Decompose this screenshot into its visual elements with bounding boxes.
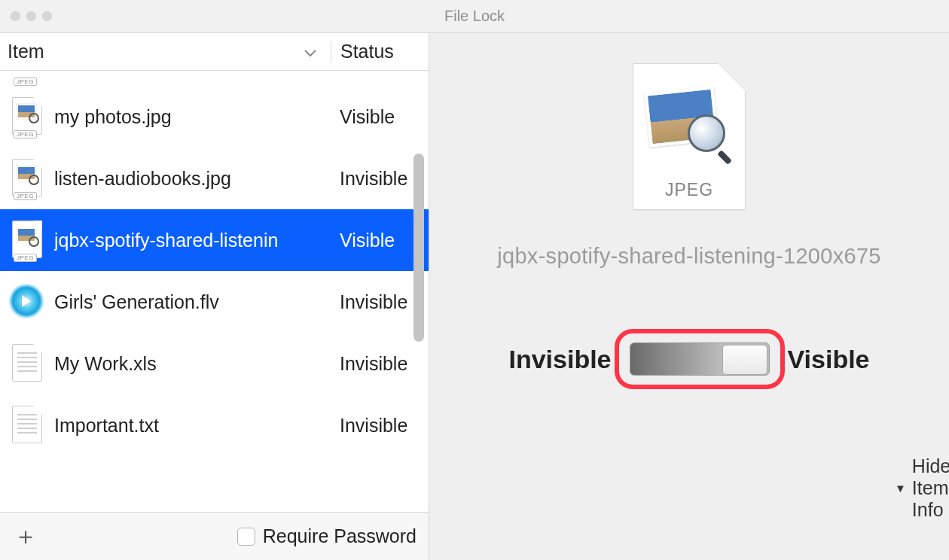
file-icon: JPEG: [0, 159, 54, 198]
require-password-toggle[interactable]: Require Password: [237, 525, 417, 547]
file-status: Visible: [331, 106, 429, 128]
file-icon: [0, 406, 54, 445]
file-list-pane: Item Status JPEG JPEGmy photos.jpgVisibl…: [0, 33, 429, 560]
window-minimize-icon[interactable]: [26, 11, 36, 21]
require-password-label: Require Password: [263, 525, 417, 547]
file-icon: [0, 284, 54, 320]
file-name: jqbx-spotify-shared-listenin: [54, 230, 331, 251]
hide-item-info-label: Hide Item Info: [912, 455, 949, 521]
table-row[interactable]: Girls' Generation.flvInvisible: [0, 271, 429, 333]
file-name: Girls' Generation.flv: [54, 291, 331, 313]
column-header-status-label: Status: [340, 41, 394, 62]
file-icon: [0, 344, 54, 383]
chevron-down-icon: [304, 41, 317, 62]
preview-file-icon: JPEG: [625, 63, 753, 214]
table-row[interactable]: JPEGmy photos.jpgVisible: [0, 86, 429, 148]
titlebar: File Lock: [0, 0, 949, 33]
preview-filename: jqbx-spotify-shared-listening-1200x675: [478, 244, 900, 269]
triangle-down-icon: ▼: [895, 482, 906, 495]
table-row[interactable]: JPEGlisten-audiobooks.jpgInvisible: [0, 148, 429, 209]
file-icon: JPEG: [0, 97, 54, 136]
partial-row: JPEG: [0, 71, 429, 86]
table-row[interactable]: My Work.xlsInvisible: [0, 333, 429, 394]
annotation-highlight-box: [615, 329, 785, 389]
file-name: my photos.jpg: [54, 106, 331, 128]
file-name: listen-audiobooks.jpg: [54, 168, 331, 190]
jpeg-badge: JPEG: [14, 78, 37, 86]
file-name: Important.txt: [54, 415, 331, 437]
column-header-status[interactable]: Status: [331, 41, 429, 62]
hide-item-info-toggle[interactable]: ▼ Hide Item Info: [895, 455, 949, 521]
visibility-toggle[interactable]: [630, 342, 770, 376]
preview-type-badge: JPEG: [633, 180, 745, 200]
file-icon: JPEG: [0, 221, 54, 260]
scrollbar-thumb[interactable]: [413, 154, 424, 342]
toggle-label-visible: Visible: [785, 345, 870, 374]
window-close-icon[interactable]: [11, 11, 20, 21]
file-name: My Work.xls: [54, 353, 331, 375]
file-list-body[interactable]: JPEG JPEGmy photos.jpgVisibleJPEGlisten-…: [0, 71, 429, 512]
toggle-knob[interactable]: [722, 345, 767, 375]
window-zoom-icon[interactable]: [42, 11, 52, 21]
add-button[interactable]: ＋: [12, 520, 39, 553]
column-header-item-label: Item: [8, 41, 44, 62]
magnifier-icon: [688, 114, 736, 163]
left-footer: ＋ Require Password: [0, 512, 429, 560]
list-column-headers: Item Status: [0, 33, 429, 71]
column-header-item[interactable]: Item: [0, 41, 331, 62]
table-row[interactable]: Important.txtInvisible: [0, 394, 429, 456]
preview-pane: JPEG jqbx-spotify-shared-listening-1200x…: [429, 33, 949, 560]
toggle-label-invisible: Invisible: [508, 345, 614, 374]
table-row[interactable]: JPEGjqbx-spotify-shared-listeninVisible: [0, 209, 429, 271]
scrollbar[interactable]: [413, 154, 426, 485]
checkbox-icon[interactable]: [237, 528, 255, 546]
window-title: File Lock: [444, 8, 505, 25]
